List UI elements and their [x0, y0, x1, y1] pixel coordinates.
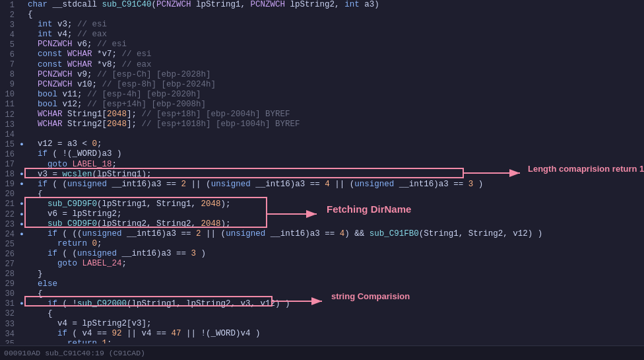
- table-row: 23● sub_C9D9F0(lpString2, String2, 2048)…: [0, 219, 644, 229]
- status-address: 000910AD: [4, 349, 40, 357]
- table-row: 12 WCHAR String1[2048]; // [esp+18h] [eb…: [0, 110, 644, 120]
- table-row: 26 if ( (unsigned __int16)a3 == 3 ): [0, 249, 644, 259]
- table-row: 33 v4 = lpString2[v3];: [0, 319, 644, 329]
- code-line: return 0;: [25, 239, 102, 249]
- code-line: v4 = lpString2[v3];: [25, 319, 152, 329]
- line-number: 15: [0, 140, 18, 149]
- code-line: const WCHAR *v8; // eax: [25, 60, 152, 70]
- code-line: if ( (unsigned __int16)a3 == 2 || (unsig…: [25, 180, 483, 190]
- code-line: v12 = a3 < 0;: [25, 139, 102, 149]
- code-line: v3 = wcslen(lpString1);: [25, 170, 152, 180]
- table-row: 14: [0, 129, 644, 139]
- code-line: sub_C9D9F0(lpString1, String1, 2048);: [25, 199, 231, 209]
- line-number: 20: [0, 190, 18, 199]
- code-line: bool v11; // [esp-4h] [ebp-2020h]: [25, 90, 201, 100]
- code-line: {: [25, 289, 43, 299]
- breakpoint-dot[interactable]: ●: [18, 141, 25, 148]
- line-number: 34: [0, 330, 18, 339]
- line-number: 3: [0, 20, 18, 30]
- code-line: {: [25, 190, 43, 199]
- line-number: 14: [0, 130, 18, 139]
- code-line: sub_C9D9F0(lpString2, String2, 2048);: [25, 219, 231, 229]
- table-row: 2{: [0, 10, 644, 20]
- breakpoint-dot[interactable]: ●: [18, 171, 25, 178]
- line-number: 6: [0, 50, 18, 59]
- table-row: 24● if ( ((unsigned __int16)a3 == 2 || (…: [0, 229, 644, 239]
- code-line: int v4; // eax: [25, 30, 107, 40]
- line-number: 29: [0, 279, 18, 289]
- code-line: else: [25, 279, 57, 289]
- table-row: 6 const WCHAR *v7; // esi: [0, 50, 644, 59]
- code-line: {: [25, 309, 53, 319]
- table-row: 5 PCNZWCH v6; // esi: [0, 40, 644, 50]
- line-number: 32: [0, 309, 18, 318]
- line-number: 25: [0, 240, 18, 249]
- code-line: WCHAR String1[2048]; // [esp+18h] [ebp-2…: [25, 110, 290, 120]
- code-line: PCNZWCH v6; // esi: [25, 40, 127, 50]
- table-row: 28 }: [0, 270, 644, 279]
- line-number: 11: [0, 100, 18, 109]
- breakpoint-dot[interactable]: ●: [18, 301, 25, 307]
- table-row: 34 if ( v4 == 92 || v4 == 47 || !(_WORD)…: [0, 329, 644, 339]
- breakpoint-dot[interactable]: ●: [18, 181, 25, 188]
- line-number: 19: [0, 180, 18, 189]
- line-number: 1: [0, 1, 18, 10]
- line-number: 27: [0, 260, 18, 269]
- label-length: Length comaprision return 1: [528, 164, 644, 174]
- line-number: 30: [0, 289, 18, 299]
- line-number: 10: [0, 90, 18, 99]
- line-number: 24: [0, 230, 18, 239]
- table-row: 3 int v3; // esi: [0, 20, 644, 30]
- line-number: 23: [0, 220, 18, 229]
- table-row: 11 bool v12; // [esp+14h] [ebp-2008h]: [0, 100, 644, 110]
- table-row: 35 return 1;: [0, 339, 644, 343]
- table-row: 15● v12 = a3 < 0;: [0, 139, 644, 149]
- table-row: 16 if ( !(_WORD)a3 ): [0, 149, 644, 159]
- code-line: goto LABEL_24;: [25, 259, 127, 269]
- code-line: return 1;: [25, 339, 112, 343]
- code-line: char __stdcall sub_C91C40(PCNZWCH lpStri…: [25, 0, 379, 10]
- table-row: 9 PCNZWCH v10; // [esp-8h] [ebp-2024h]: [0, 80, 644, 90]
- table-row: 31● if ( !sub_C92000(lpString1, lpString…: [0, 299, 644, 309]
- status-module: (C91CAD): [109, 349, 145, 357]
- code-line: v6 = lpString2;: [25, 209, 122, 219]
- code-line: bool v12; // [esp+14h] [ebp-2008h]: [25, 100, 206, 110]
- line-number: 31: [0, 299, 18, 308]
- status-bar: 000910AD sub_C91C40:19 (C91CAD): [0, 345, 644, 360]
- code-line: const WCHAR *v7; // esi: [25, 50, 152, 59]
- line-number: 12: [0, 110, 18, 120]
- code-line: if ( !(_WORD)a3 ): [25, 149, 122, 159]
- table-row: 27 goto LABEL_24;: [0, 259, 644, 269]
- line-number: 9: [0, 80, 18, 89]
- label-strcomp: string Comparision: [331, 291, 410, 301]
- line-number: 7: [0, 60, 18, 69]
- line-number: 13: [0, 120, 18, 129]
- line-number: 35: [0, 340, 18, 343]
- line-number: 33: [0, 320, 18, 329]
- line-number: 4: [0, 30, 18, 40]
- line-number: 8: [0, 70, 18, 79]
- table-row: 8 PCNZWCH v9; // [esp-Ch] [ebp-2028h]: [0, 70, 644, 80]
- breakpoint-dot[interactable]: ●: [18, 231, 25, 238]
- code-line: PCNZWCH v10; // [esp-8h] [ebp-2024h]: [25, 80, 216, 90]
- table-row: 29 else: [0, 279, 644, 289]
- line-number: 16: [0, 150, 18, 159]
- breakpoint-dot[interactable]: ●: [18, 221, 25, 228]
- table-row: 20 {: [0, 190, 644, 199]
- table-row: 19● if ( (unsigned __int16)a3 == 2 || (u…: [0, 180, 644, 190]
- line-number: 26: [0, 250, 18, 259]
- code-line: if ( !sub_C92000(lpString1, lpString2, v…: [25, 299, 290, 309]
- table-row: 25 return 0;: [0, 239, 644, 249]
- breakpoint-dot[interactable]: ●: [18, 201, 25, 207]
- code-line: PCNZWCH v9; // [esp-Ch] [ebp-2028h]: [25, 70, 211, 80]
- line-number: 5: [0, 40, 18, 50]
- table-row: 30 {: [0, 289, 644, 299]
- breakpoint-dot[interactable]: ●: [18, 211, 25, 218]
- code-line: WCHAR String2[2048]; // [esp+1018h] [ebp…: [25, 120, 300, 129]
- code-line: {: [25, 10, 33, 20]
- table-row: 1char __stdcall sub_C91C40(PCNZWCH lpStr…: [0, 0, 644, 10]
- code-line: if ( ((unsigned __int16)a3 == 2 || (unsi…: [25, 229, 542, 239]
- table-row: 4 int v4; // eax: [0, 30, 644, 40]
- label-dirname: Fetching DirName: [327, 203, 411, 215]
- code-line: goto LABEL_18;: [25, 160, 117, 170]
